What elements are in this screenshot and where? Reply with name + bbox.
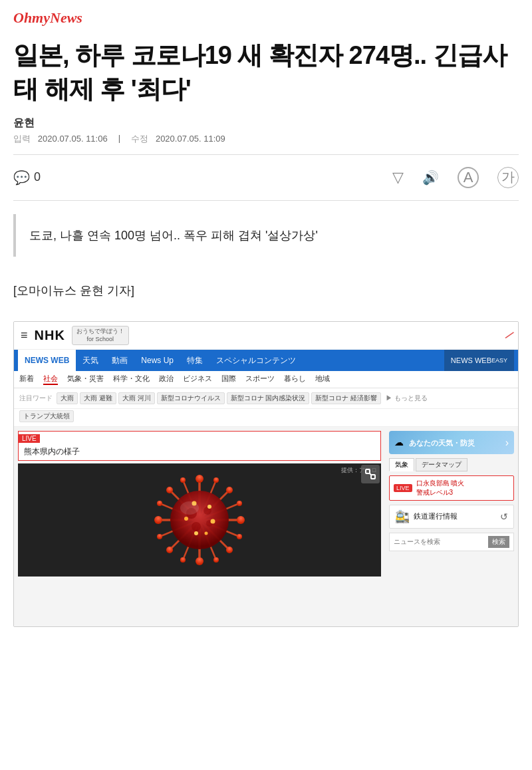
svg-point-20 — [166, 487, 173, 493]
svg-point-41 — [194, 531, 198, 535]
date-separator: | — [118, 133, 120, 145]
svg-point-30 — [180, 557, 186, 563]
nhk-image-area: 提供：アフロ — [18, 463, 381, 577]
quote-text: 도쿄, 나흘 연속 100명 넘어.. 폭우 피해 겹쳐 '설상가상' — [29, 226, 505, 245]
article-toolbar: 💬 0 ▽ 🔊 A 가 — [0, 162, 532, 193]
svg-rect-45 — [371, 475, 375, 479]
nhk-weather-text: あなたの天気・防災 — [409, 439, 475, 447]
sound-icon: 🔊 — [422, 170, 439, 186]
nhk-topbar: ≡ NHK おうちで学ぼう！ for School / — [14, 322, 518, 350]
nhk-live-label: LIVE — [19, 434, 40, 443]
nhk-expand-icon[interactable] — [361, 465, 380, 483]
nhk-train-icon: 🚉 — [395, 509, 410, 524]
nhk-kw-corona-domestic[interactable]: 新型コロナ 国内感染状況 — [227, 392, 310, 404]
site-header: OhmyNews — [0, 0, 532, 32]
svg-point-31 — [213, 557, 219, 563]
nhk-subnav-weather[interactable]: 気象・災害 — [67, 374, 104, 385]
nhk-subnav-society[interactable]: 社会 — [43, 374, 58, 385]
nhk-nav-easy[interactable]: NEWS WEBEASY — [444, 350, 514, 371]
nhk-subnav-science[interactable]: 科学・文化 — [113, 374, 150, 385]
edit-label: 수정 — [131, 134, 148, 144]
svg-point-23 — [226, 547, 233, 553]
nhk-live-box[interactable]: LIVE 熊本県内の様子 — [18, 431, 381, 461]
nhk-train-box[interactable]: 🚉 鉄道運行情報 ↺ — [389, 505, 514, 529]
article-body-text: [오마이뉴스 윤현 기자] — [13, 281, 519, 301]
nhk-keyword-label: 注目ワード — [19, 394, 53, 403]
svg-point-24 — [157, 501, 162, 506]
nhk-kw-trump[interactable]: トランプ大統領 — [19, 410, 74, 422]
input-date: 2020.07.05. 11:06 — [38, 134, 108, 144]
svg-point-17 — [196, 557, 203, 565]
nhk-keyword-more[interactable]: ▶ もっと見る — [386, 394, 428, 403]
nhk-subnav-business[interactable]: ビジネス — [183, 374, 212, 385]
edit-date: 2020.07.05. 11:09 — [156, 134, 225, 144]
nhk-left-column: LIVE 熊本県内の様子 提供：アフロ — [14, 427, 385, 626]
article-date: 입력 2020.07.05. 11:06 | 수정 2020.07.05. 11… — [13, 133, 519, 145]
nhk-nav-newsup[interactable]: News Up — [134, 350, 180, 371]
nhk-keywords: 注目ワード 大雨 大雨 避難 大雨 河川 新型コロナウイルス 新型コロナ 国内感… — [14, 388, 518, 409]
site-logo[interactable]: OhmyNews — [13, 9, 519, 27]
nhk-weather-box[interactable]: ☁ あなたの天気・防災 › — [389, 431, 514, 453]
nhk-weather-arrow: › — [505, 437, 509, 449]
font-kr-button[interactable]: 가 — [497, 167, 519, 188]
nhk-nav-special-report[interactable]: 特集 — [180, 350, 209, 371]
comment-button[interactable]: 💬 0 — [13, 170, 41, 186]
svg-point-42 — [205, 532, 208, 535]
svg-point-28 — [157, 534, 162, 539]
svg-point-43 — [180, 501, 199, 515]
svg-point-27 — [213, 477, 219, 483]
nhk-tab-weather[interactable]: 気象 — [389, 458, 414, 471]
sound-button[interactable]: 🔊 — [422, 170, 439, 186]
nhk-subnav-region[interactable]: 地域 — [315, 374, 330, 385]
nhk-live-title: 熊本県内の様子 — [19, 444, 380, 460]
nhk-nav-video[interactable]: 動画 — [105, 350, 134, 371]
nhk-subnav-new[interactable]: 新着 — [19, 374, 34, 385]
corona-virus-image — [146, 467, 253, 573]
svg-point-19 — [237, 516, 245, 524]
nhk-embed: ≡ NHK おうちで学ぼう！ for School / NEWS WEB 天気 … — [13, 321, 519, 627]
nhk-kw-corona-economy[interactable]: 新型コロナ 経済影響 — [311, 392, 381, 404]
font-kr-icon: 가 — [497, 167, 519, 188]
nhk-train-text: 鉄道運行情報 — [414, 511, 458, 521]
nhk-subnav-sports[interactable]: スポーツ — [245, 374, 275, 385]
filter-button[interactable]: ▽ — [392, 169, 404, 186]
nhk-nav-newsweb[interactable]: NEWS WEB — [18, 350, 76, 371]
nhk-subnav: 新着 社会 気象・災害 科学・文化 政治 ビジネス 国際 スポーツ 暮らし 地域 — [14, 371, 518, 388]
article-quote: 도쿄, 나흘 연속 100명 넘어.. 폭우 피해 겹쳐 '설상가상' — [13, 214, 519, 257]
nhk-train-refresh-icon: ↺ — [500, 511, 508, 522]
nhk-alert-text: 口永良部島 噴火 警戒レベル3 — [416, 479, 465, 497]
nhk-subnav-international[interactable]: 国際 — [221, 374, 236, 385]
svg-point-32 — [170, 491, 229, 549]
comment-count: 0 — [34, 170, 41, 184]
nhk-kw-rain[interactable]: 大雨 — [57, 392, 78, 404]
nhk-weather-tabs: 気象 データマップ — [389, 458, 514, 471]
nhk-live-alert[interactable]: LIVE 口永良部島 噴火 警戒レベル3 — [389, 475, 514, 501]
svg-point-21 — [226, 487, 233, 493]
svg-point-26 — [180, 477, 186, 483]
nhk-nav-weather[interactable]: 天気 — [76, 350, 105, 371]
filter-icon: ▽ — [392, 169, 404, 186]
nhk-keywords-row2: トランプ大統領 — [14, 409, 518, 427]
nhk-kw-rain-evacuation[interactable]: 大雨 避難 — [80, 392, 116, 404]
svg-rect-44 — [366, 469, 370, 473]
nhk-search-input[interactable] — [394, 538, 485, 545]
comment-icon: 💬 — [13, 170, 30, 186]
divider-top — [13, 154, 519, 155]
font-size-button[interactable]: A — [458, 167, 479, 188]
svg-point-29 — [237, 534, 242, 539]
nhk-live-alert-label: LIVE — [394, 484, 412, 492]
nhk-tab-datamap[interactable]: データマップ — [416, 458, 467, 471]
article-body: [오마이뉴스 윤현 기자] — [0, 270, 532, 312]
nhk-hamburger-icon[interactable]: ≡ — [21, 328, 28, 342]
svg-point-16 — [196, 475, 203, 483]
nhk-kw-rain-river[interactable]: 大雨 河川 — [118, 392, 155, 404]
nhk-subnav-politics[interactable]: 政治 — [159, 374, 174, 385]
nhk-search-button[interactable]: 検索 — [488, 536, 509, 548]
nhk-nav-special-content[interactable]: スペシャルコンテンツ — [209, 350, 303, 371]
nhk-kw-corona[interactable]: 新型コロナウイルス — [157, 392, 225, 404]
input-label: 입력 — [13, 134, 31, 144]
nhk-right-column: ☁ あなたの天気・防災 › 気象 データマップ LIVE 口永良部島 噴火 警戒… — [385, 427, 518, 626]
nhk-main: LIVE 熊本県内の様子 提供：アフロ — [14, 427, 518, 626]
nhk-subnav-life[interactable]: 暮らし — [284, 374, 306, 385]
svg-line-46 — [370, 473, 371, 475]
